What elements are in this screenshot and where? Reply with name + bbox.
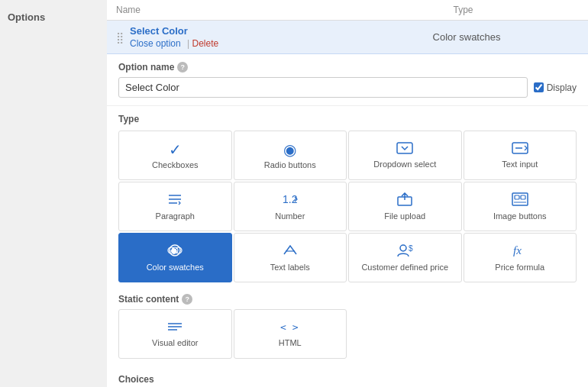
svg-text:< >: < > [280,321,299,333]
option-actions: Close option | Delete [130,38,354,49]
type-btn-dropdown-select[interactable]: Dropdown select [348,131,462,180]
option-row: ⣿ Select Color Close option | Delete Col… [107,21,588,54]
type-btn-radio-buttons[interactable]: ◉ Radio buttons [234,131,347,180]
type-section: Type ✓ Checkboxes ◉ Radio buttons Dropdo… [107,106,588,290]
text-labels-icon [282,243,299,260]
type-btn-file-upload[interactable]: File upload [348,182,462,231]
type-btn-customer-defined-price[interactable]: $ Customer defined price [348,233,462,282]
type-label-number: Number [275,211,305,221]
static-section: Static content ? Visual editor < > HTML [107,290,588,366]
type-btn-html[interactable]: < > HTML [234,309,347,359]
type-grid: ✓ Checkboxes ◉ Radio buttons Dropdown se… [118,131,577,282]
header-type-col: Type [347,5,579,15]
drag-handle-icon[interactable]: ⣿ [116,31,124,44]
type-label-paragraph: Paragraph [156,211,195,221]
html-icon: < > [280,321,300,335]
text-input-icon [512,142,528,156]
type-label-price-formula: Price formula [495,263,544,272]
svg-text:fx: fx [513,244,522,256]
static-grid: Visual editor < > HTML [118,309,577,359]
option-type-label: Color swatches [354,31,579,43]
svg-text:$: $ [409,244,413,253]
svg-rect-10 [521,195,525,199]
option-name-help-icon[interactable]: ? [177,62,188,73]
display-checkbox[interactable] [534,82,544,92]
type-btn-price-formula[interactable]: fx Price formula [464,233,577,282]
option-name-input[interactable] [118,77,528,98]
price-formula-icon: fx [512,243,528,260]
type-label-radio-buttons: Radio buttons [264,160,316,169]
choices-section: Choices ⣿ Label ? [107,366,588,387]
svg-text:1.2: 1.2 [283,193,298,205]
static-content-help-icon[interactable]: ? [182,294,192,305]
static-label-text: Static content [118,294,179,305]
choices-label: Choices [118,374,577,385]
radio-buttons-icon: ◉ [283,142,296,157]
type-label: Type [118,114,577,124]
type-label-image-buttons: Image buttons [493,211,547,221]
type-label-text-labels: Text labels [270,263,310,272]
type-label-color-swatches: Color swatches [147,263,204,272]
file-upload-icon [396,192,413,208]
display-label: Display [547,82,577,93]
type-btn-text-labels[interactable]: Text labels [234,233,347,282]
type-label-dropdown: Dropdown select [373,160,436,169]
type-btn-image-buttons[interactable]: Image buttons [464,182,577,231]
dropdown-select-icon [396,142,413,156]
color-swatches-icon: ◆ [166,243,183,260]
delete-option-link[interactable]: Delete [192,38,219,49]
type-label-file-upload: File upload [384,211,425,221]
svg-text:◆: ◆ [170,245,178,256]
option-name-section: Option name ? Display [107,54,588,106]
close-option-link[interactable]: Close option [130,38,181,49]
static-label-visual-editor: Visual editor [152,338,198,347]
visual-editor-icon [166,321,183,335]
type-btn-color-swatches[interactable]: ◆ Color swatches [118,233,232,282]
type-label-text-input: Text input [502,160,538,169]
type-label-customer-defined-price: Customer defined price [361,263,448,272]
header-name-col: Name [116,5,347,15]
type-label-checkboxes: Checkboxes [152,160,199,169]
number-icon: 1.2 [282,192,299,208]
type-btn-paragraph[interactable]: Paragraph [118,182,232,231]
option-name-link[interactable]: Select Color [130,25,188,37]
display-checkbox-label: Display [534,82,577,93]
svg-point-18 [400,245,406,251]
type-btn-checkboxes[interactable]: ✓ Checkboxes [118,131,232,180]
type-btn-text-input[interactable]: Text input [464,131,577,180]
option-name-label: Option name [118,62,174,73]
sidebar-label: Options [8,11,45,23]
options-header: Name Type [107,0,588,21]
image-buttons-icon [512,192,528,208]
checkboxes-icon: ✓ [169,142,182,157]
type-btn-number[interactable]: 1.2 Number [234,182,347,231]
static-label-html: HTML [279,338,302,347]
paragraph-icon [166,192,183,208]
customer-defined-price-icon: $ [396,243,413,260]
type-btn-visual-editor[interactable]: Visual editor [118,309,232,359]
sidebar: Options [0,0,107,387]
svg-rect-9 [515,195,519,199]
svg-rect-0 [397,143,412,153]
main-content: Name Type ⣿ Select Color Close option | … [107,0,588,387]
